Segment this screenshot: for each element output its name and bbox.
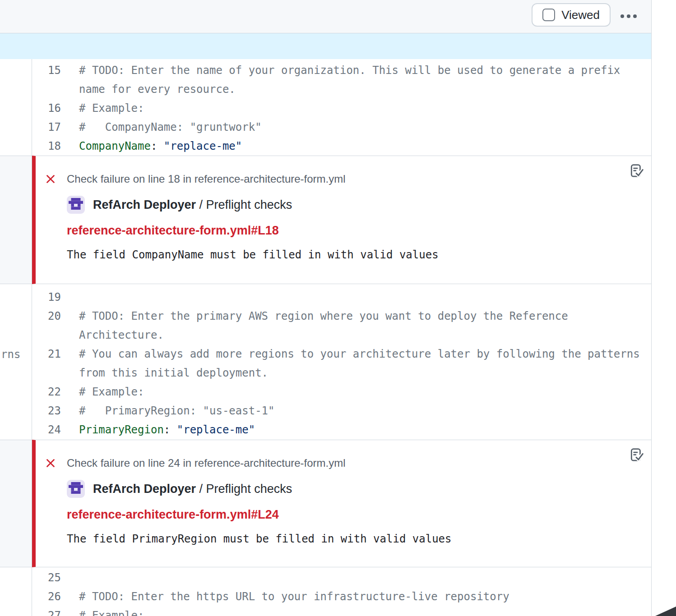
annotation-file-line-link[interactable]: reference-architecture-form.yml#L24 — [67, 508, 279, 521]
code-section: 2526# TODO: Enter the https URL to your … — [32, 567, 651, 616]
code-line: from this initial deployment. — [32, 363, 651, 382]
check-app-name[interactable]: RefArch Deployer — [93, 198, 196, 211]
kebab-horizontal-icon — [620, 14, 624, 18]
expanded-hunk-row — [0, 33, 651, 59]
code-text: # Example: — [79, 99, 144, 118]
x-failure-icon — [45, 174, 56, 184]
annotation-title: RefArch Deployer / Preflight checks — [67, 480, 624, 498]
code-line: 17# CompanyName: "gruntwork" — [32, 118, 651, 137]
line-number[interactable]: 15 — [32, 61, 61, 80]
line-number[interactable]: 23 — [32, 401, 61, 420]
line-number[interactable]: 21 — [32, 345, 61, 363]
diff-code-column: 15# TODO: Enter the name of your organiz… — [32, 59, 651, 616]
line-number[interactable]: 17 — [32, 118, 61, 137]
code-text: # Example: — [79, 606, 144, 616]
code-line: 16# Example: — [32, 99, 651, 118]
left-pane-annotation-filler — [0, 156, 32, 284]
code-text: # CompanyName: "gruntwork" — [79, 118, 262, 137]
diff-page: Viewed rns 15# TODO: Enter the name of y… — [0, 0, 676, 616]
line-number[interactable]: 18 — [32, 137, 61, 156]
code-text: Architecture. — [79, 326, 164, 345]
mouse-cursor — [655, 607, 676, 616]
refarch-deployer-app-avatar — [67, 196, 85, 214]
line-number[interactable]: 27 — [32, 606, 61, 616]
code-text: # TODO: Enter the https URL to your infr… — [79, 587, 509, 606]
annotation-header: Check failure on line 24 in reference-ar… — [67, 457, 624, 469]
code-section: 1920# TODO: Enter the primary AWS region… — [32, 284, 651, 440]
code-text: # TODO: Enter the primary AWS region whe… — [79, 307, 568, 326]
viewed-checkbox[interactable] — [542, 9, 555, 21]
line-number[interactable]: 16 — [32, 99, 61, 118]
code-text: from this initial deployment. — [79, 363, 268, 382]
code-text: # You can always add more regions to you… — [79, 345, 640, 363]
line-number[interactable]: 25 — [32, 568, 61, 587]
code-line: 22# Example: — [32, 382, 651, 401]
code-line: 21# You can always add more regions to y… — [32, 345, 651, 363]
code-line: 26# TODO: Enter the https URL to your in… — [32, 587, 651, 606]
code-text: name for every resource. — [79, 80, 236, 99]
file-header-toolbar: Viewed — [0, 0, 651, 33]
code-line: 18CompanyName: "replace-me" — [32, 137, 651, 156]
annotation-message: The field CompanyName must be filled in … — [67, 248, 624, 261]
code-line: 19 — [32, 288, 651, 307]
file-diff-container: Viewed rns 15# TODO: Enter the name of y… — [0, 0, 652, 616]
line-number[interactable]: 26 — [32, 587, 61, 606]
refarch-deployer-app-avatar — [67, 480, 85, 498]
check-run-name: / Preflight checks — [196, 482, 292, 496]
annotation-header: Check failure on line 18 in reference-ar… — [67, 173, 624, 185]
kebab-menu-button[interactable] — [617, 5, 640, 27]
viewed-toggle-button[interactable]: Viewed — [532, 3, 611, 27]
code-line: 27# Example: — [32, 606, 651, 616]
code-text: # TODO: Enter the name of your organizat… — [79, 61, 620, 80]
code-line: name for every resource. — [32, 80, 651, 99]
check-run-name: / Preflight checks — [196, 198, 292, 211]
split-diff-left-pane-edge: rns — [0, 59, 32, 616]
code-line: 15# TODO: Enter the name of your organiz… — [32, 61, 651, 80]
check-app-name[interactable]: RefArch Deployer — [93, 482, 196, 496]
code-line: Architecture. — [32, 326, 651, 345]
code-text: # Example: — [79, 382, 144, 401]
code-line: 24PrimaryRegion: "replace-me" — [32, 420, 651, 439]
x-failure-icon — [45, 458, 56, 469]
left-pane-annotation-filler — [0, 440, 32, 567]
line-number[interactable]: 24 — [32, 420, 61, 439]
code-line: 23# PrimaryRegion: "us-east-1" — [32, 401, 651, 420]
checklist-icon — [629, 163, 644, 179]
viewed-label: Viewed — [561, 8, 600, 22]
annotation-message: The field PrimaryRegion must be filled i… — [67, 533, 624, 545]
line-number[interactable]: 20 — [32, 307, 61, 326]
line-number[interactable]: 19 — [32, 288, 61, 307]
checklist-icon — [629, 447, 644, 463]
annotation-title: RefArch Deployer / Preflight checks — [67, 196, 624, 214]
code-section: 15# TODO: Enter the name of your organiz… — [32, 59, 651, 156]
annotation-file-line-link[interactable]: reference-architecture-form.yml#L18 — [67, 224, 279, 237]
line-number[interactable]: 22 — [32, 382, 61, 401]
code-text: CompanyName: "replace-me" — [79, 137, 242, 156]
code-text: # PrimaryRegion: "us-east-1" — [79, 401, 274, 420]
code-text: PrimaryRegion: "replace-me" — [79, 420, 255, 439]
left-pane-code-overflow: rns — [1, 345, 20, 364]
code-line: 25 — [32, 568, 651, 587]
code-line: 20# TODO: Enter the primary AWS region w… — [32, 307, 651, 326]
check-annotation: Check failure on line 24 in reference-ar… — [32, 440, 651, 567]
check-annotation: Check failure on line 18 in reference-ar… — [32, 156, 651, 284]
